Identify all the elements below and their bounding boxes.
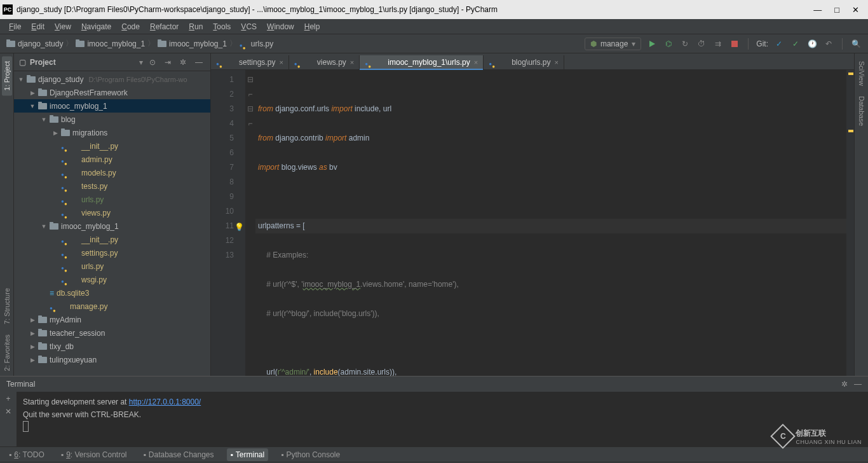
collapse-all-button[interactable]: ⇥ <box>162 58 173 67</box>
tree-item[interactable]: urls.py <box>14 193 210 206</box>
tree-item[interactable]: ▼imooc_myblog_1 <box>14 219 210 233</box>
git-revert-button[interactable]: ↶ <box>823 38 834 50</box>
tree-item[interactable]: ≡db.sqlite3 <box>14 286 210 300</box>
concurrency-button[interactable]: ⇉ <box>712 38 724 50</box>
tree-arrow-icon[interactable]: ▶ <box>29 330 36 336</box>
menu-file[interactable]: File <box>5 21 25 32</box>
tree-item[interactable]: wsgi.py <box>14 273 210 286</box>
menu-vcs[interactable]: VCS <box>237 21 261 32</box>
project-tree[interactable]: ▼django_studyD:\Program Files0\PyCharm-w… <box>14 71 210 376</box>
minimize-button[interactable]: — <box>813 5 822 15</box>
tree-item[interactable]: ▶migrations <box>14 126 210 139</box>
editor-tab[interactable]: views.py× <box>289 55 360 69</box>
tree-item[interactable]: ▼django_studyD:\Program Files0\PyCharm-w… <box>14 73 210 86</box>
bottom-tab----version-control[interactable]: ▪9: Version Control <box>57 448 131 461</box>
tree-arrow-icon[interactable]: ▼ <box>41 116 47 123</box>
tree-item[interactable]: views.py <box>14 206 210 219</box>
tree-item[interactable]: ▼imooc_myblog_1 <box>14 99 210 113</box>
folder-icon <box>38 330 47 336</box>
tree-arrow-icon[interactable]: ▶ <box>29 90 36 96</box>
tree-arrow-icon[interactable]: ▼ <box>18 76 24 83</box>
terminal-settings-button[interactable]: ✲ <box>841 380 848 389</box>
stop-button[interactable] <box>729 38 740 50</box>
terminal-new-tab-button[interactable]: + <box>6 394 10 403</box>
code-editor[interactable]: from django.conf.urls import include, ur… <box>255 70 846 376</box>
coverage-button[interactable]: ↻ <box>679 38 691 50</box>
tool-favorites[interactable]: 2: Favorites <box>3 329 11 376</box>
editor-gutter[interactable]: 12345678910💡111213 <box>211 70 245 376</box>
tree-item[interactable]: urls.py <box>14 259 210 273</box>
git-history-button[interactable]: 🕐 <box>806 38 818 50</box>
tree-item[interactable]: __init__.py <box>14 233 210 246</box>
tree-arrow-icon[interactable]: ▶ <box>29 317 36 323</box>
tree-item[interactable]: ▶DjangoRestFramework <box>14 86 210 99</box>
menu-refactor[interactable]: Refactor <box>146 21 182 32</box>
maximize-button[interactable]: □ <box>834 5 839 15</box>
terminal-close-tab-button[interactable]: ✕ <box>5 407 11 416</box>
bottom-tab-database-changes[interactable]: ▪Database Changes <box>140 448 218 461</box>
tool-sciview[interactable]: SciView <box>858 56 865 91</box>
tree-item[interactable]: admin.py <box>14 153 210 166</box>
editor-tab[interactable]: imooc_myblog_1\urls.py× <box>360 55 484 69</box>
terminal-hide-button[interactable]: — <box>854 380 862 389</box>
menu-tools[interactable]: Tools <box>209 21 234 32</box>
tree-arrow-icon[interactable]: ▶ <box>29 343 36 350</box>
fold-column[interactable]: ⊟⌐⊟⌐ <box>245 70 255 376</box>
run-button[interactable] <box>646 38 658 50</box>
intention-bulb-icon[interactable]: 💡 <box>234 220 244 235</box>
tree-arrow-icon[interactable]: ▶ <box>29 357 36 363</box>
menu-view[interactable]: View <box>51 21 75 32</box>
tree-item[interactable]: __init__.py <box>14 139 210 153</box>
menu-window[interactable]: Window <box>263 21 298 32</box>
tree-item[interactable]: ▼blog <box>14 113 210 126</box>
tab-close-button[interactable]: × <box>474 59 478 66</box>
tab-close-button[interactable]: × <box>279 59 283 66</box>
run-configuration-dropdown[interactable]: ⬢ manage ▾ <box>585 38 641 50</box>
git-update-button[interactable]: ✓ <box>773 38 785 50</box>
tree-arrow-icon[interactable]: ▼ <box>29 103 36 109</box>
tree-arrow-icon[interactable]: ▼ <box>41 223 47 230</box>
menu-navigate[interactable]: Navigate <box>78 21 115 32</box>
tab-close-button[interactable]: × <box>350 59 354 66</box>
tool-structure[interactable]: 7: Structure <box>3 283 11 329</box>
debug-button[interactable]: ⌬ <box>663 38 674 50</box>
tree-item[interactable]: ▶tulingxueyuan <box>14 353 210 366</box>
git-commit-button[interactable]: ✓ <box>790 38 801 50</box>
tab-close-button[interactable]: × <box>555 59 559 66</box>
tree-item[interactable]: models.py <box>14 166 210 179</box>
menu-help[interactable]: Help <box>301 21 324 32</box>
editor-tab[interactable]: blog\urls.py× <box>484 55 564 69</box>
search-everywhere-button[interactable]: 🔍 <box>850 38 862 50</box>
tree-arrow-icon[interactable]: ▶ <box>52 130 58 136</box>
breadcrumb-item[interactable]: urls.py <box>240 39 273 48</box>
tree-item[interactable]: settings.py <box>14 246 210 259</box>
scroll-from-source-button[interactable]: ⊙ <box>147 58 158 67</box>
tree-label: manage.py <box>70 302 107 311</box>
tree-item[interactable]: ▶myAdmin <box>14 313 210 326</box>
tool-database[interactable]: Database <box>858 91 865 131</box>
profile-button[interactable]: ⏱ <box>696 38 707 50</box>
tree-item[interactable]: manage.py <box>14 300 210 313</box>
bottom-tab-python-console[interactable]: ▪Python Console <box>277 448 344 461</box>
breadcrumb-item[interactable]: imooc_myblog_1 <box>158 39 227 48</box>
breadcrumb-item[interactable]: imooc_myblog_1 <box>76 39 145 48</box>
bottom-tab-terminal[interactable]: ▪Terminal <box>227 448 269 461</box>
menu-code[interactable]: Code <box>118 21 144 32</box>
tree-item[interactable]: tests.py <box>14 179 210 193</box>
panel-settings-button[interactable]: ✲ <box>177 58 189 67</box>
close-button[interactable]: ✕ <box>852 5 859 15</box>
breadcrumb-item[interactable]: django_study <box>6 39 63 48</box>
menu-run[interactable]: Run <box>185 21 207 32</box>
tool-project[interactable]: 1: Project <box>2 56 12 95</box>
tree-item[interactable]: ▶tlxy_db <box>14 340 210 353</box>
error-stripe[interactable] <box>846 70 854 376</box>
terminal-output[interactable]: Starting development server at http://12… <box>17 392 868 446</box>
tree-item[interactable]: ▶teacher_session <box>14 326 210 340</box>
hide-panel-button[interactable]: — <box>193 58 205 67</box>
tree-label: tests.py <box>81 182 107 191</box>
terminal-url-link[interactable]: http://127.0.0.1:8000/ <box>129 397 201 406</box>
bottom-tab----todo[interactable]: ▪6: TODO <box>5 448 48 461</box>
menu-edit[interactable]: Edit <box>27 21 48 32</box>
editor-tab[interactable]: settings.py× <box>211 55 289 69</box>
tree-label: __init__.py <box>81 142 118 151</box>
